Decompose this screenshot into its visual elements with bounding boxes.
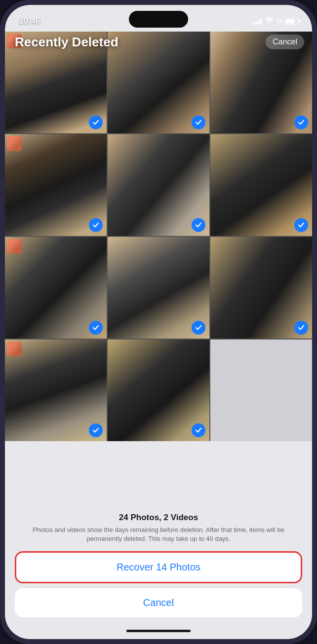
home-indicator-bar: [126, 630, 191, 632]
select-checkbox[interactable]: [192, 115, 205, 129]
table-row[interactable]: [5, 237, 107, 339]
table-row[interactable]: [108, 32, 209, 133]
signal-bar-2: [255, 21, 257, 25]
bottom-sheet: 24 Photos, 2 Videos Photos and videos sh…: [5, 505, 312, 622]
signal-bar-1: [253, 23, 254, 25]
table-row[interactable]: [5, 340, 107, 441]
select-checkbox[interactable]: [294, 115, 308, 129]
volume-up-button[interactable]: [0, 133, 1, 173]
select-checkbox[interactable]: [192, 423, 205, 437]
photo-count-desc: Photos and videos show the days remainin…: [15, 526, 302, 543]
cancel-bottom-button[interactable]: Cancel: [15, 588, 302, 617]
phone-screen: 10:46 74: [5, 5, 312, 639]
battery-percent: 74: [277, 18, 283, 25]
select-checkbox[interactable]: [89, 423, 103, 437]
table-row[interactable]: [210, 134, 312, 236]
album-title: Recently Deleted: [15, 35, 119, 50]
select-checkbox[interactable]: [192, 218, 205, 232]
screen-content: Recently Deleted Cancel: [5, 5, 312, 639]
photo-grid: [5, 32, 312, 441]
mini-thumbnail: [7, 239, 22, 254]
table-row[interactable]: [108, 237, 209, 339]
mute-button[interactable]: [0, 94, 1, 123]
photo-count-title: 24 Photos, 2 Videos: [15, 513, 302, 523]
battery-indicator: 74: [277, 18, 298, 25]
table-row: [210, 340, 312, 441]
mini-thumbnail: [7, 136, 22, 151]
status-icons: 74: [253, 17, 298, 26]
select-checkbox[interactable]: [89, 115, 103, 129]
signal-bar-3: [258, 20, 259, 25]
battery-fill: [286, 19, 294, 24]
volume-down-button[interactable]: [0, 183, 1, 222]
dynamic-island: [129, 11, 188, 28]
phone-frame: 10:46 74: [0, 0, 317, 644]
table-row[interactable]: [5, 134, 107, 236]
select-checkbox[interactable]: [89, 321, 103, 335]
recover-photos-button[interactable]: Recover 14 Photos: [15, 551, 302, 583]
status-time: 10:46: [19, 16, 40, 26]
signal-icon: [253, 18, 262, 25]
select-checkbox[interactable]: [89, 218, 103, 232]
battery-body: [284, 18, 298, 25]
select-checkbox[interactable]: [192, 321, 205, 335]
signal-bar-4: [260, 18, 262, 25]
wifi-icon: [265, 17, 274, 26]
table-row[interactable]: [210, 237, 312, 339]
table-row[interactable]: [108, 134, 209, 236]
photo-grid-area: Recently Deleted Cancel: [5, 5, 312, 505]
home-indicator-area: [5, 622, 312, 639]
select-checkbox[interactable]: [294, 218, 308, 232]
table-row[interactable]: [108, 340, 209, 441]
mini-thumbnail: [7, 341, 22, 356]
cancel-top-button[interactable]: Cancel: [266, 35, 304, 49]
select-checkbox[interactable]: [294, 321, 308, 335]
